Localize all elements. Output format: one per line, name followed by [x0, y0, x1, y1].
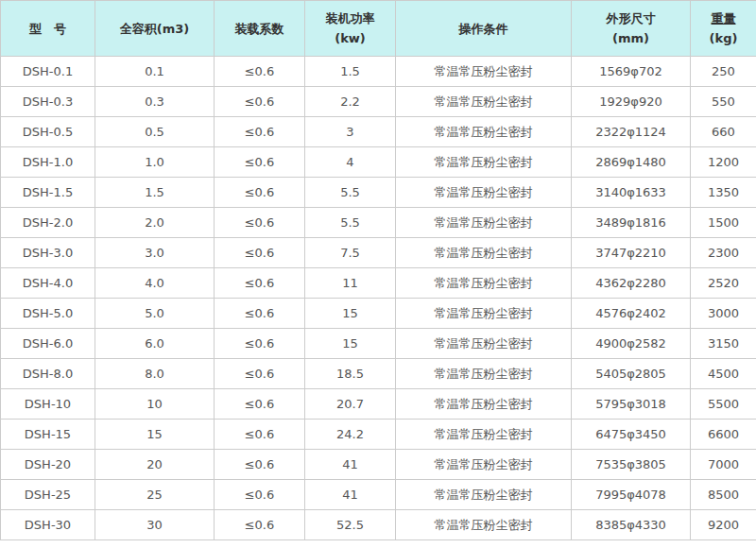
table-row: DSH-10 10 ≤0.6 20.7 常温常压粉尘密封 5795φ3018 5…	[1, 389, 756, 420]
dimensions-cell: 8385φ4330	[572, 510, 691, 540]
load-factor-cell: ≤0.6	[215, 178, 305, 208]
model-cell: DSH-20	[1, 450, 95, 480]
power-cell: 15	[305, 329, 396, 359]
model-cell: DSH-1.5	[1, 178, 95, 208]
weight-cell: 3000	[691, 299, 756, 329]
model-cell: DSH-5.0	[1, 299, 95, 329]
load-factor-cell: ≤0.6	[215, 450, 305, 480]
operating-conditions-cell: 常温常压粉尘密封	[396, 329, 572, 359]
table-row: DSH-25 25 ≤0.6 41 常温常压粉尘密封 7995φ4078 850…	[1, 480, 756, 510]
table-row: DSH-0.3 0.3 ≤0.6 2.2 常温常压粉尘密封 1929φ920 5…	[1, 87, 756, 117]
dimensions-cell: 1929φ920	[572, 87, 691, 117]
load-factor-cell: ≤0.6	[215, 57, 305, 87]
volume-cell: 0.3	[95, 87, 215, 117]
load-factor-cell: ≤0.6	[215, 87, 305, 117]
col-header-operating-conditions: 操作条件	[396, 1, 572, 57]
model-cell: DSH-4.0	[1, 268, 95, 299]
weight-cell: 5500	[691, 389, 756, 420]
spec-table: 型 号 全容积(m3) 装载系数 装机功率 (kw) 操作条件 外形尺寸 (	[0, 0, 756, 540]
load-factor-cell: ≤0.6	[215, 299, 305, 329]
table-row: DSH-0.5 0.5 ≤0.6 3 常温常压粉尘密封 2322φ1124 66…	[1, 117, 756, 147]
table-row: DSH-0.1 0.1 ≤0.6 1.5 常温常压粉尘密封 1569φ702 2…	[1, 57, 756, 87]
volume-cell: 20	[95, 450, 215, 480]
weight-cell: 250	[691, 57, 756, 87]
model-cell: DSH-10	[1, 389, 95, 420]
model-cell: DSH-0.1	[1, 57, 95, 87]
model-cell: DSH-15	[1, 420, 95, 450]
table-row: DSH-1.5 1.5 ≤0.6 5.5 常温常压粉尘密封 3140φ1633 …	[1, 178, 756, 208]
operating-conditions-cell: 常温常压粉尘密封	[396, 238, 572, 268]
dimensions-cell: 3489φ1816	[572, 208, 691, 238]
table-row: DSH-5.0 5.0 ≤0.6 15 常温常压粉尘密封 4576φ2402 3…	[1, 299, 756, 329]
load-factor-cell: ≤0.6	[215, 420, 305, 450]
power-cell: 41	[305, 450, 396, 480]
col-header-dimensions-unit: (mm)	[572, 32, 690, 44]
operating-conditions-cell: 常温常压粉尘密封	[396, 389, 572, 420]
load-factor-cell: ≤0.6	[215, 359, 305, 389]
model-cell: DSH-0.3	[1, 87, 95, 117]
dimensions-cell: 1569φ702	[572, 57, 691, 87]
power-cell: 52.5	[305, 510, 396, 540]
operating-conditions-cell: 常温常压粉尘密封	[396, 510, 572, 540]
volume-cell: 30	[95, 510, 215, 540]
load-factor-cell: ≤0.6	[215, 238, 305, 268]
col-header-model-label: 型 号	[1, 23, 94, 35]
operating-conditions-cell: 常温常压粉尘密封	[396, 117, 572, 147]
load-factor-cell: ≤0.6	[215, 208, 305, 238]
power-cell: 18.5	[305, 359, 396, 389]
model-cell: DSH-25	[1, 480, 95, 510]
operating-conditions-cell: 常温常压粉尘密封	[396, 268, 572, 299]
volume-cell: 0.5	[95, 117, 215, 147]
operating-conditions-cell: 常温常压粉尘密封	[396, 87, 572, 117]
col-header-volume-label: 全容积(m3)	[95, 23, 214, 35]
col-header-power-label: 装机功率	[305, 12, 395, 25]
dimensions-cell: 2869φ1480	[572, 147, 691, 178]
load-factor-cell: ≤0.6	[215, 147, 305, 178]
table-header: 型 号 全容积(m3) 装载系数 装机功率 (kw) 操作条件 外形尺寸 (	[1, 1, 756, 57]
dimensions-cell: 3140φ1633	[572, 178, 691, 208]
operating-conditions-cell: 常温常压粉尘密封	[396, 147, 572, 178]
weight-cell: 1350	[691, 178, 756, 208]
load-factor-cell: ≤0.6	[215, 268, 305, 299]
volume-cell: 10	[95, 389, 215, 420]
weight-cell: 1200	[691, 147, 756, 178]
dimensions-cell: 5405φ2805	[572, 359, 691, 389]
volume-cell: 6.0	[95, 329, 215, 359]
dimensions-cell: 3747φ2210	[572, 238, 691, 268]
load-factor-cell: ≤0.6	[215, 389, 305, 420]
power-cell: 2.2	[305, 87, 396, 117]
table-row: DSH-3.0 3.0 ≤0.6 7.5 常温常压粉尘密封 3747φ2210 …	[1, 238, 756, 268]
col-header-model: 型 号	[1, 1, 95, 57]
volume-cell: 3.0	[95, 238, 215, 268]
volume-cell: 1.0	[95, 147, 215, 178]
weight-cell: 2300	[691, 238, 756, 268]
col-header-weight-label: 重量	[691, 12, 756, 25]
power-cell: 5.5	[305, 178, 396, 208]
dimensions-cell: 7995φ4078	[572, 480, 691, 510]
table-row: DSH-1.0 1.0 ≤0.6 4 常温常压粉尘密封 2869φ1480 12…	[1, 147, 756, 178]
model-cell: DSH-0.5	[1, 117, 95, 147]
model-cell: DSH-8.0	[1, 359, 95, 389]
model-cell: DSH-6.0	[1, 329, 95, 359]
col-header-power: 装机功率 (kw)	[305, 1, 396, 57]
volume-cell: 15	[95, 420, 215, 450]
col-header-power-unit: (kw)	[305, 32, 395, 44]
col-header-dimensions-label: 外形尺寸	[572, 12, 690, 25]
weight-cell: 8500	[691, 480, 756, 510]
power-cell: 3	[305, 117, 396, 147]
volume-cell: 1.5	[95, 178, 215, 208]
col-header-volume: 全容积(m3)	[95, 1, 215, 57]
table-row: DSH-8.0 8.0 ≤0.6 18.5 常温常压粉尘密封 5405φ2805…	[1, 359, 756, 389]
volume-cell: 4.0	[95, 268, 215, 299]
weight-cell: 550	[691, 87, 756, 117]
operating-conditions-cell: 常温常压粉尘密封	[396, 57, 572, 87]
table-row: DSH-30 30 ≤0.6 52.5 常温常压粉尘密封 8385φ4330 9…	[1, 510, 756, 540]
power-cell: 41	[305, 480, 396, 510]
col-header-weight: 重量 (kg)	[691, 1, 756, 57]
power-cell: 20.7	[305, 389, 396, 420]
model-cell: DSH-2.0	[1, 208, 95, 238]
col-header-dimensions: 外形尺寸 (mm)	[572, 1, 691, 57]
weight-cell: 2520	[691, 268, 756, 299]
volume-cell: 0.1	[95, 57, 215, 87]
col-header-operating-conditions-label: 操作条件	[396, 23, 571, 35]
